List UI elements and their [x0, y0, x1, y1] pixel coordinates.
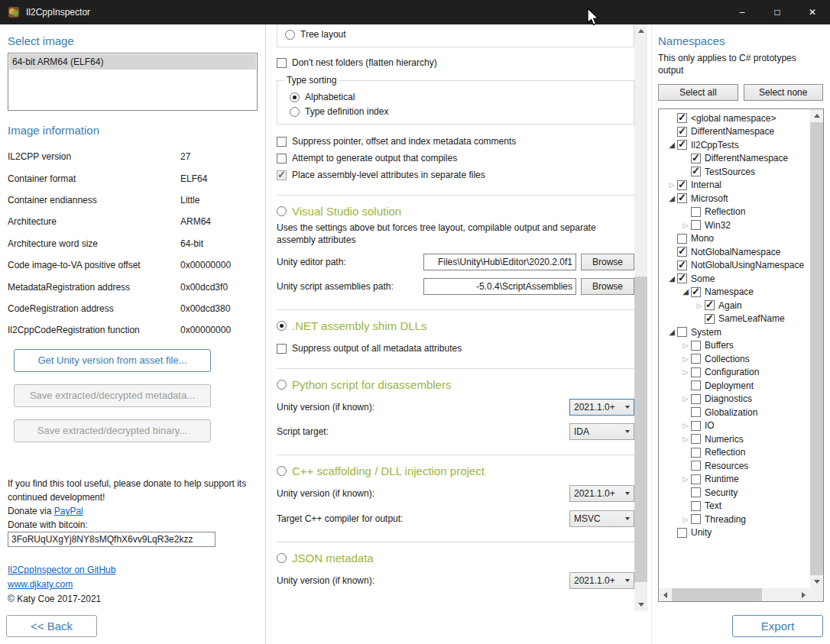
namespace-checkbox-icon[interactable] [691, 394, 701, 404]
compilable-output-checkbox[interactable]: Attempt to generate output that compiles [277, 153, 634, 163]
namespace-checkbox-icon[interactable] [677, 261, 687, 270]
unity-editor-path-input[interactable]: Files\Unity\Hub\Editor\2020.2.0f1 [423, 254, 576, 270]
select-all-button[interactable]: Select all [658, 84, 738, 101]
namespace-checkbox-icon[interactable] [677, 180, 687, 190]
namespace-tree-item[interactable]: Il2CppTests [659, 138, 810, 152]
tree-expander-icon[interactable] [666, 327, 677, 338]
namespace-tree-item[interactable]: Runtime [659, 473, 810, 487]
maximize-button[interactable]: □ [760, 0, 795, 24]
scroll-up-icon[interactable] [634, 24, 647, 37]
namespace-tree-item[interactable]: Mono [659, 232, 810, 246]
bitcoin-address-field[interactable]: 3FoRUqUXgYj8NY8sMQfhX6vv9LqR3e2kzz [8, 532, 216, 547]
namespace-checkbox-icon[interactable] [677, 127, 687, 137]
scrollbar-thumb[interactable] [634, 277, 647, 582]
namespace-checkbox-icon[interactable] [677, 327, 687, 337]
scroll-left-icon[interactable] [659, 588, 672, 601]
paypal-link[interactable]: PayPal [54, 506, 83, 516]
tree-expander-icon[interactable] [680, 340, 691, 351]
tree-expander-icon[interactable] [666, 193, 677, 204]
namespace-checkbox-icon[interactable] [691, 434, 701, 444]
tree-expander-icon[interactable] [666, 140, 677, 150]
namespace-tree-item[interactable]: Reflection [659, 205, 810, 219]
radio-tree-layout[interactable]: Tree layout [285, 29, 634, 40]
namespace-tree-item[interactable]: Buffers [659, 339, 810, 353]
browse-editor-path-button[interactable]: Browse [581, 254, 634, 270]
cpp-compiler-select[interactable]: MSVC [569, 510, 634, 527]
namespace-tree-item[interactable]: TestSources [659, 165, 810, 179]
radio-dotnet-shim-dlls[interactable]: .NET assembly shim DLLs [277, 319, 634, 332]
flatten-checkbox[interactable]: Don't nest folders (flatten hierarchy) [277, 57, 634, 68]
image-listbox[interactable]: 64-bit ARM64 (ELF64) [8, 53, 258, 111]
namespace-checkbox-icon[interactable] [691, 220, 701, 230]
cpp-unity-version-select[interactable]: 2021.1.0+ [569, 485, 634, 502]
tree-expander-icon[interactable] [666, 273, 677, 284]
namespace-tree-item[interactable]: <global namespace> [659, 112, 810, 125]
namespace-tree-item[interactable]: System [659, 325, 810, 339]
tree-expander-icon[interactable] [680, 434, 691, 445]
namespace-checkbox-icon[interactable] [691, 487, 701, 497]
namespace-checkbox-icon[interactable] [691, 367, 701, 377]
python-unity-version-select[interactable]: 2021.1.0+ [569, 399, 634, 416]
namespace-checkbox-icon[interactable] [677, 273, 687, 283]
namespace-checkbox-icon[interactable] [691, 287, 701, 297]
tree-expander-icon[interactable] [666, 180, 677, 190]
namespace-checkbox-icon[interactable] [691, 354, 701, 364]
browse-assemblies-path-button[interactable]: Browse [581, 278, 634, 295]
namespace-tree-item[interactable]: Again [659, 299, 810, 312]
namespace-tree-item[interactable]: NotGlobalUsingNamespace [659, 259, 810, 273]
scroll-right-icon[interactable] [797, 588, 810, 601]
export-button[interactable]: Export [732, 615, 823, 637]
scroll-down-icon[interactable] [634, 598, 647, 611]
namespace-tree-item[interactable]: IO [659, 419, 810, 433]
namespace-checkbox-icon[interactable] [677, 113, 687, 123]
scrollbar-thumb[interactable] [810, 122, 823, 575]
namespace-checkbox-icon[interactable] [691, 380, 701, 390]
namespace-tree-item[interactable]: Win32 [659, 218, 810, 232]
namespace-checkbox-icon[interactable] [705, 300, 715, 310]
namespace-checkbox-icon[interactable] [677, 528, 687, 538]
namespace-checkbox-icon[interactable] [691, 167, 701, 176]
namespace-tree-item[interactable]: Text [659, 500, 810, 513]
namespace-tree-item[interactable]: Numerics [659, 432, 810, 446]
namespace-tree-item[interactable]: Resources [659, 459, 810, 473]
namespace-tree-item[interactable]: NotGlobalNamespace [659, 245, 810, 259]
namespace-tree-item[interactable]: DifferentNamespace [659, 152, 810, 166]
tree-expander-icon[interactable] [680, 474, 691, 484]
namespace-checkbox-icon[interactable] [677, 234, 687, 244]
namespace-checkbox-icon[interactable] [705, 314, 715, 324]
tree-expander-icon[interactable] [680, 420, 691, 431]
namespace-checkbox-icon[interactable] [677, 140, 687, 150]
json-unity-version-select[interactable]: 2021.1.0+ [569, 572, 634, 589]
namespace-tree-item[interactable]: Configuration [659, 366, 810, 380]
tree-expander-icon[interactable] [680, 220, 691, 231]
namespace-checkbox-icon[interactable] [691, 154, 701, 163]
namespace-checkbox-icon[interactable] [691, 461, 701, 471]
tree-expander-icon[interactable] [680, 514, 691, 525]
namespace-checkbox-icon[interactable] [677, 193, 687, 203]
get-unity-version-button[interactable]: Get Unity version from asset file... [14, 349, 211, 372]
namespace-tree-item[interactable]: Security [659, 486, 810, 500]
namespace-checkbox-icon[interactable] [691, 448, 701, 458]
namespace-tree-item[interactable]: Some [659, 272, 810, 286]
script-target-select[interactable]: IDA [569, 423, 634, 440]
tree-expander-icon[interactable] [680, 393, 691, 404]
namespace-checkbox-icon[interactable] [691, 474, 701, 484]
radio-cpp-scaffolding[interactable]: C++ scaffolding / DLL injection project [277, 464, 634, 477]
github-link[interactable]: Il2CppInspector on GitHub [8, 565, 115, 575]
namespace-checkbox-icon[interactable] [677, 247, 687, 257]
namespace-tree-item[interactable]: Internal [659, 179, 810, 193]
options-scrollbar[interactable] [634, 24, 647, 611]
tree-expander-icon[interactable] [680, 286, 691, 297]
scrollbar-thumb[interactable] [672, 588, 762, 601]
back-button[interactable]: << Back [6, 615, 97, 637]
tree-horizontal-scrollbar[interactable] [659, 588, 810, 601]
tree-expander-icon[interactable] [694, 300, 705, 311]
radio-visual-studio-solution[interactable]: Visual Studio solution [277, 205, 634, 218]
namespace-tree-item[interactable]: Namespace [659, 286, 810, 299]
namespace-tree-item[interactable]: Unity [659, 526, 810, 540]
radio-type-definition-index[interactable]: Type definition index [290, 106, 626, 117]
minimize-button[interactable]: – [725, 0, 760, 24]
namespace-tree-item[interactable]: Diagnostics [659, 393, 810, 406]
close-button[interactable]: ✕ [795, 0, 830, 24]
radio-alphabetical[interactable]: Alphabetical [290, 92, 626, 102]
